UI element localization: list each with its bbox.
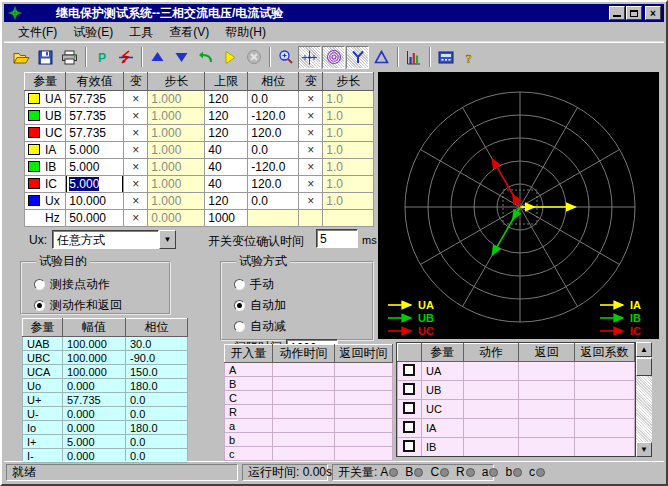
scroll-down-icon[interactable]: ▼	[636, 442, 652, 457]
confirm-time-input[interactable]	[316, 229, 358, 248]
maximize-button[interactable]	[626, 6, 642, 20]
minimize-button[interactable]	[609, 6, 625, 20]
vary-toggle-cell[interactable]: ×	[299, 193, 323, 210]
radio-label: 测动作和返回	[50, 297, 122, 314]
vary-toggle-cell[interactable]: ×	[124, 91, 148, 108]
step-down-icon[interactable]	[170, 46, 193, 69]
bar-chart-icon[interactable]	[402, 46, 425, 69]
action-cell	[519, 419, 575, 438]
menu-item[interactable]: 查看(V)	[161, 22, 217, 43]
scrollbar-thumb[interactable]	[636, 358, 652, 376]
seq-cell: UAB	[23, 337, 63, 351]
vary-toggle-cell[interactable]: ×	[124, 159, 148, 176]
vary-toggle-cell[interactable]: ×	[299, 176, 323, 193]
print-icon[interactable]	[58, 46, 81, 69]
undo-icon[interactable]	[194, 46, 217, 69]
limit-cell[interactable]: 40	[205, 176, 248, 193]
help-icon[interactable]: ?	[458, 46, 481, 69]
radio-option[interactable]: 自动加	[234, 297, 372, 314]
value-cell[interactable]: 50.000	[66, 210, 124, 227]
menu-item[interactable]: 工具	[121, 22, 161, 43]
action-table-scrollbar[interactable]: ▲ ▼	[636, 342, 652, 457]
concentric-circles-icon[interactable]	[322, 46, 345, 69]
vary-toggle-cell[interactable]: ×	[124, 210, 148, 227]
vary-toggle-cell[interactable]: ×	[124, 176, 148, 193]
radio-icon[interactable]	[34, 279, 45, 290]
phase-sequence-icon[interactable]	[114, 46, 137, 69]
crosshair-view-icon[interactable]	[298, 46, 321, 69]
limit-cell[interactable]: 40	[205, 142, 248, 159]
radio-icon[interactable]	[234, 279, 245, 290]
menu-item[interactable]: 帮助(H)	[217, 22, 274, 43]
phase-cell[interactable]: 0.0	[248, 142, 299, 159]
ux-mode-combobox[interactable]: 任意方式 ▼	[52, 230, 176, 249]
phase-cell[interactable]: 120.0	[248, 176, 299, 193]
limit-cell[interactable]: 120	[205, 108, 248, 125]
save-icon[interactable]	[34, 46, 57, 69]
phase-cell[interactable]: 120.0	[248, 125, 299, 142]
wye-connection-icon[interactable]	[346, 46, 369, 69]
menu-item[interactable]: 文件(F)	[10, 22, 65, 43]
radio-option[interactable]: 测接点动作	[34, 276, 169, 293]
vary-toggle-cell[interactable]: ×	[124, 142, 148, 159]
phase-cell[interactable]	[248, 210, 299, 227]
radio-option[interactable]: 测动作和返回	[34, 297, 169, 314]
action-col-header: 返回系数	[575, 344, 635, 362]
vary-toggle-cell[interactable]: ×	[299, 91, 323, 108]
vary-toggle-cell[interactable]: ×	[299, 159, 323, 176]
action-cell: IA	[421, 419, 463, 438]
value-edit-box[interactable]: 5.000	[66, 176, 123, 193]
param-checkbox[interactable]	[403, 421, 415, 433]
phase-cell[interactable]: -120.0	[248, 108, 299, 125]
vary-toggle-cell[interactable]: ×	[299, 108, 323, 125]
switch-cell	[335, 419, 393, 433]
phase-cell[interactable]: 0.0	[248, 193, 299, 210]
vary-toggle-cell[interactable]: ×	[124, 193, 148, 210]
delta-connection-icon[interactable]	[370, 46, 393, 69]
param-checkbox[interactable]	[403, 383, 415, 395]
param-col-header: 上限	[205, 73, 248, 91]
value-cell[interactable]: 5.000	[66, 142, 124, 159]
limit-cell[interactable]: 120	[205, 91, 248, 108]
open-icon[interactable]	[10, 46, 33, 69]
close-button[interactable]: ×	[645, 6, 661, 20]
param-col-header: 变	[124, 73, 148, 91]
menu-item[interactable]: 试验(E)	[65, 22, 121, 43]
seq-cell: Uo	[23, 379, 63, 393]
radio-option[interactable]: 自动减	[234, 318, 372, 335]
phase-cell[interactable]: 0.0	[248, 91, 299, 108]
value-cell[interactable]: 57.735	[66, 108, 124, 125]
step-up-icon[interactable]	[146, 46, 169, 69]
vary-toggle-cell[interactable]: ×	[124, 108, 148, 125]
calculator-icon[interactable]	[434, 46, 457, 69]
p-marker-icon[interactable]: P	[90, 46, 113, 69]
radio-icon[interactable]	[34, 300, 45, 311]
param-checkbox[interactable]	[403, 440, 415, 452]
vary-toggle-cell[interactable]: ×	[299, 125, 323, 142]
start-test-icon[interactable]	[218, 46, 241, 69]
scroll-up-icon[interactable]: ▲	[636, 342, 652, 357]
seq-cell: 0.0	[126, 393, 188, 407]
radio-icon[interactable]	[234, 300, 245, 311]
vary-toggle-cell[interactable]: ×	[124, 125, 148, 142]
value-cell[interactable]: 57.735	[66, 125, 124, 142]
param-checkbox[interactable]	[403, 402, 415, 414]
value-cell[interactable]: 57.735	[66, 91, 124, 108]
value-cell[interactable]: 10.000	[66, 193, 124, 210]
value-cell[interactable]: 5.000	[66, 176, 124, 193]
radio-icon[interactable]	[234, 321, 245, 332]
zoom-in-icon[interactable]	[274, 46, 297, 69]
param-checkbox[interactable]	[403, 364, 415, 376]
radio-option[interactable]: 手动	[234, 276, 372, 293]
limit-cell[interactable]: 1000	[205, 210, 248, 227]
vary-toggle-cell[interactable]	[299, 210, 323, 227]
value-cell[interactable]: 5.000	[66, 159, 124, 176]
vary-toggle-cell[interactable]: ×	[299, 142, 323, 159]
switch-state-label: c	[529, 465, 535, 479]
phase-cell[interactable]: -120.0	[248, 159, 299, 176]
limit-cell[interactable]: 40	[205, 159, 248, 176]
chevron-down-icon[interactable]: ▼	[159, 230, 176, 249]
limit-cell[interactable]: 120	[205, 125, 248, 142]
limit-cell[interactable]: 120	[205, 193, 248, 210]
status-switches: 开关量: ABCRabc	[332, 464, 494, 481]
